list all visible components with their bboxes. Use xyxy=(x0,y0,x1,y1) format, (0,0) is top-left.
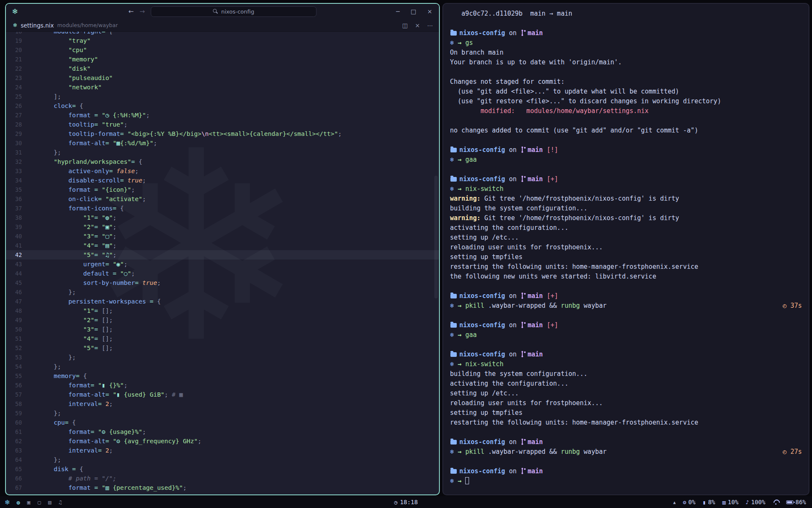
code-line-61[interactable]: 61 format= "⚙ {usage}%"; xyxy=(6,427,439,436)
code-line-45[interactable]: 45 sort-by-number= true; xyxy=(6,278,439,287)
code-line-33[interactable]: 33 active-only= false; xyxy=(6,166,439,176)
code-line-36[interactable]: 36 on-click= "activate"; xyxy=(6,194,439,204)
code-line-26[interactable]: 26 clock= { xyxy=(6,101,439,110)
nav-back-icon[interactable]: ← xyxy=(128,8,134,15)
code-line-53[interactable]: 53 }; xyxy=(6,353,439,362)
code-line-24[interactable]: 24 "network" xyxy=(6,83,439,92)
terminal-line: restarting the following units: home-man… xyxy=(450,418,802,428)
code-line-43[interactable]: 43 urgent= "◉"; xyxy=(6,260,439,269)
code-line-27[interactable]: 27 format = "◷ {:%H:%M}"; xyxy=(6,110,439,120)
code-line-46[interactable]: 46 }; xyxy=(6,287,439,297)
memory-module[interactable]: ▮8% xyxy=(702,499,715,505)
cpu-module[interactable]: ⚙0% xyxy=(683,499,696,505)
terminal-line: warning: Git tree '/home/frostphoenix/ni… xyxy=(450,213,802,223)
code-line-68[interactable]: 68 interval= 60; xyxy=(6,492,439,494)
line-number: 37 xyxy=(6,204,22,213)
code-line-67[interactable]: 67 format = "▥ {percentage_used}%"; xyxy=(6,483,439,492)
terminal-line: setting up /etc... xyxy=(450,389,802,398)
network-module[interactable] xyxy=(773,500,779,505)
workspace-2-icon[interactable]: ▣ xyxy=(27,499,30,505)
code-line-64[interactable]: 64 }; xyxy=(6,455,439,464)
terminal-window[interactable]: a9c0c72..d11029b main → mainnixos-config… xyxy=(442,3,809,495)
code-line-44[interactable]: 44 default = "○"; xyxy=(6,269,439,278)
code-line-66[interactable]: 66 # path = "/"; xyxy=(6,474,439,483)
code-line-41[interactable]: 41 "4"= "▤"; xyxy=(6,241,439,250)
folder-icon xyxy=(450,31,457,36)
nix-launcher-icon[interactable]: ❄ xyxy=(5,498,9,506)
pulseaudio-icon: ♪ xyxy=(746,499,749,505)
minimize-button[interactable]: ─ xyxy=(396,8,400,15)
maximize-button[interactable]: □ xyxy=(411,8,416,15)
line-number: 55 xyxy=(6,371,22,381)
code-line-23[interactable]: 23 "pulseaudio" xyxy=(6,73,439,83)
code-line-30[interactable]: 30 format-alt= "▦{:%d/%m}"; xyxy=(6,138,439,148)
disk-module[interactable]: ▥10% xyxy=(722,499,738,505)
more-actions-icon[interactable]: ⋯ xyxy=(427,22,433,29)
code-line-51[interactable]: 51 "4"= []; xyxy=(6,334,439,343)
code-line-65[interactable]: 65 disk = { xyxy=(6,464,439,474)
nav-forward-icon[interactable]: → xyxy=(140,8,145,15)
terminal-line: restarting the following units: home-man… xyxy=(450,262,802,272)
battery-module[interactable]: 86% xyxy=(786,499,806,505)
code-line-25[interactable]: 25 ]; xyxy=(6,92,439,101)
code-line-58[interactable]: 58 interval= 2; xyxy=(6,399,439,409)
glyph-icon: ○ xyxy=(124,270,128,277)
workspace-5-icon[interactable]: ♫ xyxy=(59,499,62,505)
code-line-21[interactable]: 21 "memory" xyxy=(6,55,439,64)
code-line-34[interactable]: 34 disable-scroll= true; xyxy=(6,176,439,185)
code-line-20[interactable]: 20 "cpu" xyxy=(6,45,439,55)
code-line-49[interactable]: 49 "2"= []; xyxy=(6,315,439,325)
terminal-cursor xyxy=(465,477,469,484)
terminal-line: no changes added to commit (use "git add… xyxy=(450,126,802,135)
pulseaudio-module[interactable]: ♪100% xyxy=(746,499,765,505)
line-number: 66 xyxy=(6,474,22,483)
workspace-1-icon[interactable]: ◍ xyxy=(16,499,20,505)
code-line-52[interactable]: 52 "5"= []; xyxy=(6,343,439,353)
code-line-56[interactable]: 56 format= "▮ {}%"; xyxy=(6,381,439,390)
code-line-31[interactable]: 31 }; xyxy=(6,148,439,157)
code-line-40[interactable]: 40 "3"= "▢"; xyxy=(6,232,439,241)
code-line-62[interactable]: 62 format-alt= "⚙ {avg_frequency} GHz"; xyxy=(6,436,439,446)
line-number: 39 xyxy=(6,222,22,232)
workspace-3-icon[interactable]: ▢ xyxy=(38,499,41,505)
code-line-22[interactable]: 22 "disk" xyxy=(6,64,439,73)
code-line-42[interactable]: 42 "5"= "♫"; xyxy=(6,250,439,260)
terminal-line: reloading user units for frostphoenix... xyxy=(450,398,802,408)
split-editor-icon[interactable]: ◫ xyxy=(402,22,408,29)
nix-app-icon: ❄ xyxy=(12,7,18,16)
code-line-32[interactable]: 32 "hyprland/workspaces"= { xyxy=(6,157,439,166)
code-line-18[interactable]: 18 modules-right= [ xyxy=(6,32,439,36)
tray-expand-icon[interactable]: ▲ xyxy=(673,500,676,505)
close-button[interactable]: × xyxy=(427,8,432,15)
code-line-19[interactable]: 19 "tray" xyxy=(6,36,439,45)
code-editor[interactable]: ❄ 18 modules-right= [19 "tray"20 "cpu"21… xyxy=(6,32,439,494)
code-line-47[interactable]: 47 persistent-workspaces = { xyxy=(6,297,439,306)
code-line-35[interactable]: 35 format = "{icon}"; xyxy=(6,185,439,194)
close-tab-icon[interactable]: × xyxy=(415,22,420,29)
battery-icon xyxy=(786,500,793,504)
clock-module[interactable]: ◷ 18:18 xyxy=(394,499,418,505)
line-number: 19 xyxy=(6,36,22,45)
code-line-54[interactable]: 54 }; xyxy=(6,362,439,371)
code-line-55[interactable]: 55 memory= { xyxy=(6,371,439,381)
tab-settings-nix[interactable]: ❄ settings.nix modules/home/waybar xyxy=(13,22,118,29)
code-line-38[interactable]: 38 "1"= "◍"; xyxy=(6,213,439,222)
code-line-57[interactable]: 57 format-alt= "▮ {used} GiB"; # ▦ xyxy=(6,390,439,399)
code-line-37[interactable]: 37 format-icons= { xyxy=(6,204,439,213)
editor-scrollbar[interactable] xyxy=(434,176,438,298)
code-line-39[interactable]: 39 "2"= "▣"; xyxy=(6,222,439,232)
code-line-60[interactable]: 60 cpu= { xyxy=(6,418,439,427)
code-line-48[interactable]: 48 "1"= []; xyxy=(6,306,439,315)
code-line-59[interactable]: 59 }; xyxy=(6,409,439,418)
nix-snowflake-icon: ❄ xyxy=(450,302,454,309)
workspace-4-icon[interactable]: ▤ xyxy=(48,499,52,505)
line-number: 31 xyxy=(6,148,22,157)
code-line-50[interactable]: 50 "3"= []; xyxy=(6,325,439,334)
code-line-28[interactable]: 28 tooltip= "true"; xyxy=(6,120,439,129)
editor-window: ❄ ← → nixos-config ─ □ × ❄ settings.nix … xyxy=(5,3,440,495)
terminal-line: nixos-config on main [+] xyxy=(450,174,802,184)
command-center-search[interactable]: nixos-config xyxy=(151,6,317,17)
line-number: 54 xyxy=(6,362,22,371)
code-line-63[interactable]: 63 interval= 2; xyxy=(6,446,439,455)
code-line-29[interactable]: 29 tooltip-format= "<big>{:%Y %B}</big>\… xyxy=(6,129,439,138)
